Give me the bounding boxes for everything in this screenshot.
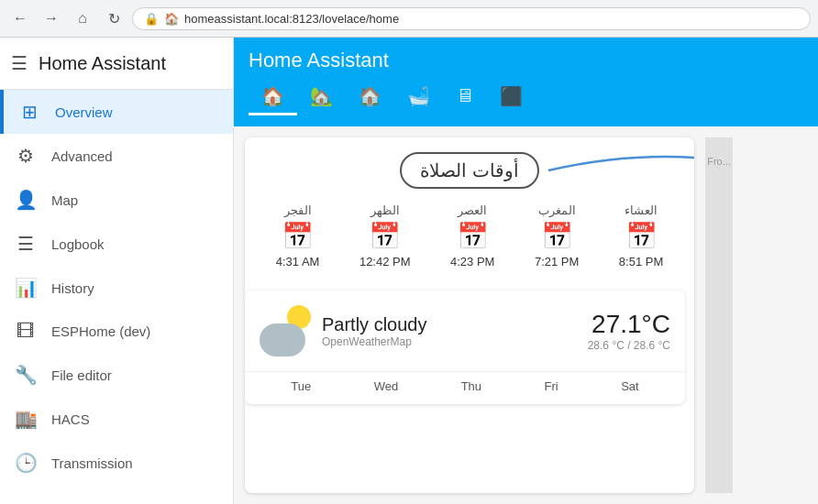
- sidebar-item-file-editor[interactable]: 🔧 File editor: [0, 353, 233, 397]
- cloud-shape: [260, 323, 305, 356]
- calendar-icon-4: 📅: [541, 221, 573, 251]
- prayer-card-times: الفجر 📅 4:31 AM الظهر 📅 12:42 PM العصر 📅…: [245, 196, 694, 283]
- esphome-icon: 🎞: [15, 321, 37, 342]
- map-label: Map: [51, 192, 78, 208]
- address-bar[interactable]: 🔒 🏠 homeassistant.local:8123/lovelace/ho…: [132, 7, 811, 30]
- prayer-time-item: العصر 📅 4:23 PM: [450, 203, 494, 268]
- calendar-icon-1: 📅: [282, 221, 314, 251]
- logbook-label: Logbook: [51, 236, 105, 252]
- main-header: Home Assistant 🏠 🏡 🏠 🛁 🖥 ⬛: [234, 38, 818, 126]
- calendar-icon-5: 📅: [625, 221, 658, 251]
- sidebar-item-logbook[interactable]: ☰ Logbook: [0, 222, 233, 266]
- hacs-label: HACS: [51, 411, 90, 427]
- prayer-time-4: 12:42 PM: [359, 255, 411, 268]
- logbook-icon: ☰: [15, 233, 37, 255]
- weather-day-thu: Thu: [461, 379, 481, 393]
- tab-dashboard2[interactable]: 🏠: [346, 80, 394, 115]
- prayer-card: أوقات الصلاة الفجر 📅 4:31 AM: [245, 137, 694, 493]
- sidebar-item-hacs[interactable]: 🏬 HACS: [0, 397, 233, 441]
- tab-dashboard3[interactable]: 🛁: [394, 80, 443, 115]
- forward-button[interactable]: →: [39, 5, 64, 31]
- back-button[interactable]: ←: [7, 5, 33, 31]
- dashboard: أوقات الصلاة الفجر 📅 4:31 AM: [234, 126, 818, 504]
- weather-day-tue: Tue: [291, 379, 311, 393]
- prayer-time-item: الفجر 📅 4:31 AM: [276, 203, 320, 268]
- tab-network[interactable]: ⬛: [487, 80, 536, 115]
- prayer-name-1: العشاء: [625, 203, 658, 217]
- sidebar-header: ☰ Home Assistant: [0, 38, 233, 90]
- advanced-icon: ⚙: [15, 145, 37, 167]
- hacs-icon: 🏬: [15, 408, 37, 430]
- main-header-title: Home Assistant: [249, 49, 803, 72]
- tab-dashboard1[interactable]: 🏡: [297, 80, 346, 115]
- tab-home[interactable]: 🏠: [249, 80, 297, 115]
- sidebar-title: Home Assistant: [39, 53, 166, 74]
- esphome-label: ESPHome (dev): [51, 323, 150, 339]
- prayer-time-item: العشاء 📅 8:51 PM: [619, 203, 663, 268]
- favicon-icon: 🏠: [164, 12, 179, 26]
- map-icon: 👤: [15, 189, 37, 211]
- sidebar: ☰ Home Assistant ⊞ Overview ⚙ Advanced 👤…: [0, 38, 234, 504]
- prayer-time-5: 4:31 AM: [276, 255, 320, 268]
- weather-day-fri: Fri: [545, 379, 558, 393]
- prayer-name-2: المغرب: [538, 203, 576, 217]
- prayer-name-4: الظهر: [370, 203, 400, 217]
- browser-chrome: ← → ⌂ ↻ 🔒 🏠 homeassistant.local:8123/lov…: [0, 0, 818, 38]
- sidebar-item-transmission[interactable]: 🕒 Transmission: [0, 441, 233, 485]
- tab-monitor[interactable]: 🖥: [443, 80, 487, 115]
- browser-toolbar: ← → ⌂ ↻ 🔒 🏠 homeassistant.local:8123/lov…: [0, 0, 818, 37]
- prayer-time-1: 8:51 PM: [619, 255, 663, 268]
- transmission-label: Transmission: [51, 455, 133, 471]
- weather-day-sat: Sat: [621, 379, 639, 393]
- sidebar-item-esphome[interactable]: 🎞 ESPHome (dev): [0, 310, 233, 353]
- hamburger-icon[interactable]: ☰: [11, 52, 28, 74]
- prayer-time-item: الظهر 📅 12:42 PM: [359, 203, 411, 268]
- weather-temp-container: 27.1°C 28.6 °C / 28.6 °C: [588, 310, 670, 352]
- side-panel: Fro...: [705, 137, 733, 493]
- calendar-icon-3: 📅: [457, 221, 489, 251]
- file-editor-label: File editor: [51, 367, 112, 383]
- prayer-time-2: 7:21 PM: [535, 255, 579, 268]
- side-panel-label: Fro...: [707, 156, 731, 167]
- history-label: History: [51, 280, 94, 296]
- lock-icon: 🔒: [144, 12, 159, 26]
- weather-days: Tue Wed Thu Fri Sat: [245, 371, 685, 404]
- calendar-icon-2: 📅: [369, 221, 401, 251]
- sidebar-item-history[interactable]: 📊 History: [0, 266, 233, 310]
- overview-icon: ⊞: [18, 101, 40, 123]
- weather-day-wed: Wed: [374, 379, 399, 393]
- sidebar-item-advanced[interactable]: ⚙ Advanced: [0, 134, 233, 178]
- overview-label: Overview: [55, 104, 113, 120]
- app-container: ☰ Home Assistant ⊞ Overview ⚙ Advanced 👤…: [0, 38, 818, 504]
- main-content: Home Assistant 🏠 🏡 🏠 🛁 🖥 ⬛ أوقات الصلاة: [234, 38, 818, 504]
- prayer-card-header: أوقات الصلاة: [245, 137, 694, 196]
- weather-source: OpenWeatherMap: [322, 335, 577, 348]
- history-icon: 📊: [15, 277, 37, 299]
- home-button[interactable]: ⌂: [70, 5, 95, 31]
- sidebar-item-map[interactable]: 👤 Map: [0, 178, 233, 222]
- weather-description: Partly cloudy: [322, 314, 577, 335]
- weather-range: 28.6 °C / 28.6 °C: [588, 339, 670, 352]
- transmission-icon: 🕒: [15, 452, 37, 474]
- weather-card: Partly cloudy OpenWeatherMap 27.1°C 28.6…: [245, 290, 685, 404]
- prayer-name-5: الفجر: [284, 203, 312, 217]
- header-tabs: 🏠 🏡 🏠 🛁 🖥 ⬛: [249, 80, 803, 115]
- prayer-title: أوقات الصلاة: [400, 152, 539, 189]
- weather-icon: [260, 305, 311, 356]
- url-text: homeassistant.local:8123/lovelace/home: [184, 12, 399, 26]
- sidebar-nav: ⊞ Overview ⚙ Advanced 👤 Map ☰ Logbook 📊 …: [0, 90, 233, 504]
- weather-info: Partly cloudy OpenWeatherMap: [322, 314, 577, 348]
- weather-temperature: 27.1°C: [588, 310, 670, 339]
- refresh-button[interactable]: ↻: [101, 5, 127, 31]
- prayer-time-item: المغرب 📅 7:21 PM: [535, 203, 579, 268]
- advanced-label: Advanced: [51, 148, 113, 164]
- file-editor-icon: 🔧: [15, 364, 37, 386]
- weather-main: Partly cloudy OpenWeatherMap 27.1°C 28.6…: [245, 290, 685, 371]
- prayer-time-3: 4:23 PM: [450, 255, 494, 268]
- sidebar-item-overview[interactable]: ⊞ Overview: [0, 90, 233, 134]
- prayer-name-3: العصر: [458, 203, 487, 217]
